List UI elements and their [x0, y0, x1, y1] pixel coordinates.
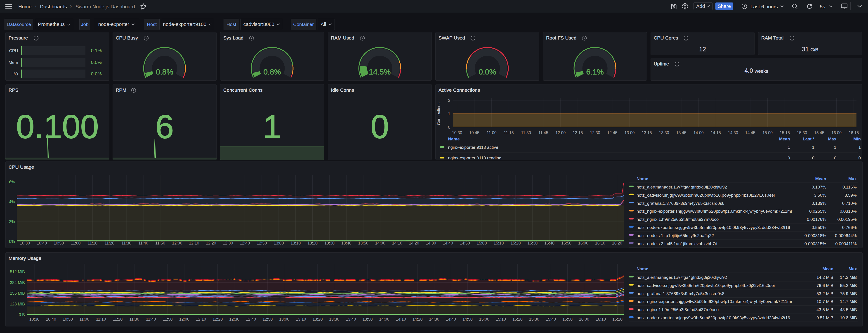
svg-text:13:00: 13:00: [624, 131, 634, 135]
svg-text:1: 1: [858, 145, 861, 150]
svg-text:9.51 MiB: 9.51 MiB: [816, 315, 833, 320]
svg-text:Name: Name: [448, 137, 460, 141]
svg-text:1: 1: [812, 145, 814, 150]
svg-text:0.139%: 0.139%: [812, 201, 827, 206]
svg-text:0.000644%: 0.000644%: [835, 233, 857, 238]
svg-text:11:15: 11:15: [504, 131, 514, 135]
svg-text:notz_nginx-exporter.snjggw9w3b: notz_nginx-exporter.snjggw9w3bt8rlm620pb…: [637, 209, 793, 214]
svg-text:15:45: 15:45: [814, 131, 825, 135]
svg-text:12:45: 12:45: [607, 131, 617, 135]
svg-text:76.6 MiB: 76.6 MiB: [816, 283, 833, 288]
svg-text:11:00: 11:00: [487, 131, 497, 135]
svg-text:14:45: 14:45: [745, 131, 755, 135]
svg-text:0.000315%: 0.000315%: [804, 241, 826, 246]
svg-text:43.5 MiB: 43.5 MiB: [840, 307, 857, 312]
svg-text:notz_cadvisor.snjggw9w3bt8rlm6: notz_cadvisor.snjggw9w3bt8rlm620pbwfp10.…: [637, 283, 775, 288]
svg-text:15:30: 15:30: [797, 131, 807, 135]
svg-text:0.0%: 0.0%: [478, 67, 496, 76]
svg-text:0: 0: [812, 156, 814, 160]
svg-text:75.9 MiB: 75.9 MiB: [840, 291, 857, 296]
svg-text:14.2 MiB: 14.2 MiB: [840, 275, 857, 280]
svg-text:0.000411%: 0.000411%: [835, 241, 857, 246]
svg-text:12:00: 12:00: [555, 131, 565, 135]
svg-text:3.59%: 3.59%: [844, 193, 857, 198]
svg-text:10:30: 10:30: [452, 131, 462, 135]
svg-text:0: 0: [834, 156, 836, 160]
svg-text:notz_nodejs.1.tp1ejitijn65lmjy: notz_nodejs.1.tp1ejitijn65lmjy9s2pa2q22: [637, 233, 714, 238]
svg-text:Min: Min: [853, 137, 861, 141]
svg-text:0: 0: [448, 125, 450, 130]
svg-text:3.50%: 3.50%: [814, 193, 826, 198]
svg-text:15:15: 15:15: [780, 131, 790, 135]
svg-text:14.7 MiB: 14.7 MiB: [840, 299, 857, 304]
svg-text:10.7 MiB: 10.7 MiB: [816, 299, 833, 304]
svg-text:2: 2: [448, 98, 450, 103]
svg-text:0.116%: 0.116%: [842, 185, 857, 190]
svg-text:0: 0: [858, 156, 861, 160]
svg-text:16:15: 16:15: [848, 131, 859, 135]
svg-text:0.550%: 0.550%: [812, 225, 827, 230]
svg-text:1: 1: [834, 145, 836, 150]
svg-text:Mean: Mean: [822, 266, 833, 271]
svg-text:notz_nginx.1.h9m25i6p3t8nfhd8u: notz_nginx.1.h9m25i6p3t8nfhd8ui37m0oco: [637, 217, 719, 222]
svg-text:12:30: 12:30: [590, 131, 600, 135]
svg-text:6.1%: 6.1%: [586, 67, 604, 76]
svg-text:nginx-exporter:9113 active: nginx-exporter:9113 active: [448, 145, 498, 150]
svg-text:notz_grafana.1.37689k3s9m4y7u5: notz_grafana.1.37689k3s9m4y7u5x3scsrd0s8: [637, 291, 724, 296]
svg-text:0.000318%: 0.000318%: [804, 233, 826, 238]
svg-text:13:45: 13:45: [676, 131, 686, 135]
svg-text:10:45: 10:45: [469, 131, 479, 135]
svg-text:Mean: Mean: [815, 176, 826, 181]
svg-text:0.766%: 0.766%: [842, 225, 857, 230]
svg-text:0.8%: 0.8%: [264, 67, 281, 76]
svg-text:11:45: 11:45: [538, 131, 548, 135]
svg-text:0.0265%: 0.0265%: [809, 209, 826, 213]
svg-text:notz_node-exporter.snjggw9w3bt: notz_node-exporter.snjggw9w3bt8rlm620pbw…: [637, 225, 790, 230]
svg-text:1: 1: [787, 145, 790, 150]
svg-text:0.107%: 0.107%: [812, 185, 827, 190]
svg-text:14.5%: 14.5%: [369, 67, 391, 76]
svg-text:14:15: 14:15: [711, 131, 721, 135]
svg-text:13:30: 13:30: [659, 131, 669, 135]
svg-text:12:15: 12:15: [573, 131, 583, 135]
svg-text:nginx-exporter:9113 reading: nginx-exporter:9113 reading: [448, 156, 501, 160]
svg-text:Max: Max: [848, 266, 857, 271]
svg-text:notz_grafana.1.37689k3s9m4y7u5: notz_grafana.1.37689k3s9m4y7u5x3scsrd0s8: [637, 201, 724, 206]
svg-text:notz_node-exporter.snjggw9w3bt: notz_node-exporter.snjggw9w3bt8rlm620pbw…: [637, 315, 790, 320]
svg-text:14.2 MiB: 14.2 MiB: [816, 275, 833, 280]
svg-text:0: 0: [787, 156, 790, 160]
svg-text:0.00195%: 0.00195%: [837, 217, 857, 222]
svg-text:14:00: 14:00: [693, 131, 704, 135]
svg-text:notz_nodejs.2.in45j1an1jfkhmxi: notz_nodejs.2.in45j1an1jfkhmxivhhxvbb7d: [637, 241, 717, 246]
svg-text:Connections: Connections: [436, 102, 441, 125]
svg-text:53.2 MiB: 53.2 MiB: [816, 291, 833, 296]
svg-text:Name: Name: [637, 176, 648, 181]
svg-text:43.5 MiB: 43.5 MiB: [816, 307, 833, 312]
svg-text:notz_nginx-exporter.snjggw9w3b: notz_nginx-exporter.snjggw9w3bt8rlm620pb…: [637, 299, 793, 304]
svg-text:11:30: 11:30: [521, 131, 531, 135]
svg-text:14:30: 14:30: [728, 131, 738, 135]
svg-text:0.00176%: 0.00176%: [807, 217, 826, 222]
svg-text:13:15: 13:15: [642, 131, 652, 135]
svg-text:Max: Max: [828, 137, 836, 141]
svg-text:1: 1: [448, 111, 450, 116]
svg-text:16:00: 16:00: [831, 131, 842, 135]
svg-text:notz_alertmanager.1.w7fga4gfri: notz_alertmanager.1.w7fga4gfridxg0ij20xh…: [637, 275, 727, 280]
svg-text:0.0318%: 0.0318%: [840, 209, 857, 213]
svg-text:85.2 MiB: 85.2 MiB: [840, 283, 857, 288]
svg-text:0.710%: 0.710%: [842, 201, 857, 206]
svg-text:15:00: 15:00: [763, 131, 773, 135]
svg-text:10.8 MiB: 10.8 MiB: [840, 315, 857, 320]
svg-text:Name: Name: [637, 266, 648, 271]
svg-text:Last *: Last *: [803, 137, 814, 141]
svg-text:notz_cadvisor.snjggw9w3bt8rlm6: notz_cadvisor.snjggw9w3bt8rlm620pbwfp10.…: [637, 193, 775, 198]
svg-text:Mean: Mean: [779, 137, 790, 141]
svg-text:notz_alertmanager.1.w7fga4gfri: notz_alertmanager.1.w7fga4gfridxg0ij20xh…: [637, 185, 727, 190]
svg-text:notz_nginx.1.h9m25i6p3t8nfhd8u: notz_nginx.1.h9m25i6p3t8nfhd8ui37m0oco: [637, 307, 719, 312]
svg-text:Max: Max: [848, 176, 857, 181]
svg-text:0.8%: 0.8%: [156, 67, 174, 76]
